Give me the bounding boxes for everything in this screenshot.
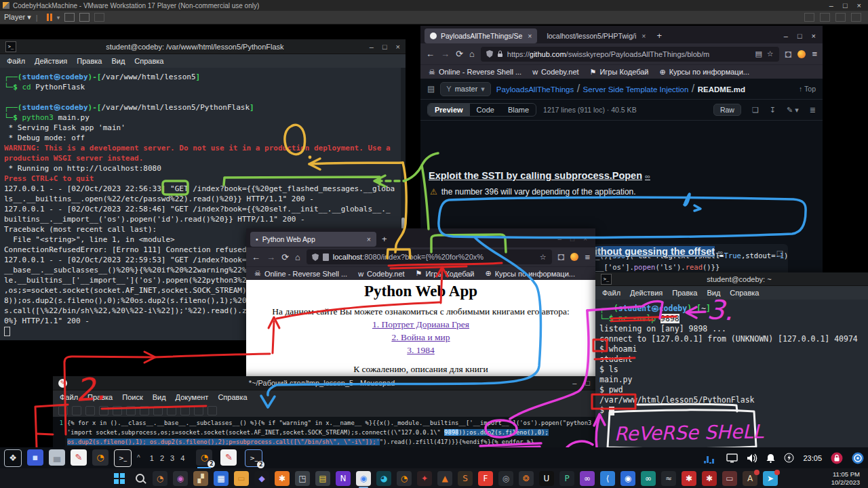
firefox-account-icon[interactable] — [797, 50, 806, 58]
heading-subprocess-popen[interactable]: Exploit the SSTI by calling subprocess.P… — [429, 172, 650, 181]
blender-icon[interactable]: ❂ — [519, 471, 534, 486]
mousepad-titlebar[interactable]: ✎ *~/Рабочий стол/tmp_lesson_5 - Mousepa… — [53, 376, 595, 390]
vmware-close-button[interactable]: × — [857, 1, 861, 9]
back-icon[interactable]: ← — [426, 49, 435, 59]
volume-icon[interactable] — [747, 453, 757, 463]
wings-icon[interactable]: ≈ — [661, 471, 676, 486]
menu-icon[interactable]: ≡ — [812, 49, 817, 59]
reload-icon[interactable]: ⟳ — [281, 252, 289, 262]
tab-localhost-phptwig[interactable]: localhost/lesson5/PHPTwig/i × — [541, 28, 651, 43]
book-link-1[interactable]: 1. Портрет Дориана Грея — [246, 319, 595, 330]
portrait-icon[interactable]: ▞ — [193, 471, 208, 486]
speed-gauge-icon[interactable]: ◔ — [153, 471, 167, 486]
bookmark-star-icon[interactable]: ☆ — [540, 253, 547, 262]
bookmark-item[interactable]: wCodeby.net — [532, 68, 578, 76]
kali-menu-icon[interactable]: ❖ — [4, 449, 22, 467]
copy-code-icon[interactable]: ❏ — [776, 248, 783, 260]
suspend-caret[interactable]: ▾ — [57, 14, 60, 21]
download-icon[interactable]: ↧ — [770, 106, 776, 115]
firefox-launcher-icon[interactable]: ◔ — [92, 449, 108, 466]
visual-studio-icon[interactable]: ∞ — [580, 471, 595, 486]
new-file-icon[interactable] — [58, 406, 68, 415]
terminal-launcher-icon[interactable]: >_ — [114, 449, 132, 467]
redo-icon[interactable] — [140, 406, 149, 415]
home-icon[interactable]: ⌂ — [469, 49, 475, 59]
menu-icon[interactable]: ≡ — [585, 252, 590, 262]
paste-icon[interactable] — [180, 406, 190, 415]
text-editor-icon[interactable]: ✎ — [71, 449, 87, 466]
save-as-icon[interactable] — [99, 406, 108, 415]
copy-icon[interactable]: ❏ — [752, 106, 759, 115]
window-minimize-button[interactable]: – — [370, 43, 374, 51]
bookmark-star-icon[interactable]: ☆ — [767, 49, 774, 58]
firefox-open-icon[interactable]: ◔2 — [196, 449, 212, 466]
window-close-button[interactable]: × — [812, 32, 816, 40]
breadcrumb-folder-link[interactable]: Server Side Template Injection — [583, 85, 689, 94]
obsidian-icon[interactable]: ◆ — [254, 471, 269, 486]
book-link-2[interactable]: 2. Война и мир — [246, 332, 595, 343]
notion-icon[interactable]: N — [336, 471, 351, 486]
book-f-icon[interactable]: F — [478, 471, 493, 486]
url-bar[interactable]: localhost:8080/index?book={%%20for%20x% … — [307, 249, 552, 264]
mousepad-editor[interactable]: 1 {% for x in ().__class__.__base__.__su… — [53, 417, 595, 448]
search-button[interactable] — [132, 471, 147, 486]
menu-item[interactable]: Поиск — [122, 393, 142, 401]
menu-item[interactable]: Правка — [77, 57, 102, 65]
vmware-maximize-button[interactable]: □ — [843, 1, 848, 9]
bookmark-item[interactable]: ⊕Курсы по информаци... — [659, 68, 749, 77]
window-minimize-button[interactable]: – — [572, 379, 576, 387]
pycharm-icon[interactable]: P — [559, 471, 574, 486]
tab-close-icon[interactable]: × — [528, 32, 532, 40]
copy-icon[interactable] — [167, 406, 176, 415]
file-manager-icon[interactable]: ▄ — [49, 449, 65, 466]
edge-icon[interactable]: ◕ — [376, 471, 391, 486]
firefox-account-icon[interactable] — [570, 253, 578, 261]
network-graph-icon[interactable] — [704, 453, 717, 464]
lens-icon[interactable]: ◎ — [498, 471, 513, 486]
firefox-icon[interactable]: ◔ — [397, 471, 412, 486]
tab-close-icon[interactable]: × — [367, 235, 371, 243]
menu-item[interactable]: Справка — [218, 393, 247, 401]
vm-clock[interactable]: 23:05 — [803, 454, 822, 462]
menu-item[interactable]: Файл — [7, 57, 25, 65]
bookmark-item[interactable]: wCodeby.net — [358, 270, 404, 278]
terminal-open-icon[interactable]: >_2 — [245, 449, 262, 467]
pocket-icon[interactable]: ◘ — [785, 48, 792, 60]
tab-python-web-app[interactable]: • Python Web App × — [250, 232, 376, 247]
new-tab-button[interactable]: + — [656, 30, 662, 41]
bookmark-item[interactable]: ☠Online - Reverse Shell ... — [254, 269, 347, 278]
tab-preview[interactable]: Preview — [428, 104, 470, 116]
back-icon[interactable]: ← — [252, 252, 260, 262]
player-menu[interactable]: Player ▾ — [4, 13, 31, 22]
unreal-icon[interactable]: U — [539, 471, 554, 486]
color-wheel-icon[interactable]: ◉ — [173, 471, 188, 486]
display-icon[interactable] — [726, 453, 738, 463]
top-link[interactable]: ↑ Top — [799, 85, 816, 93]
bookmark-item[interactable]: ⊕Курсы по информаци... — [485, 269, 575, 278]
branch-selector[interactable]: Ymaster▾ — [440, 82, 491, 96]
carrot-icon[interactable]: ▲ — [437, 471, 452, 486]
search-icon[interactable] — [194, 406, 203, 415]
ctrl-alt-del-icon[interactable] — [64, 13, 75, 22]
window-minimize-button[interactable]: – — [558, 235, 562, 243]
sublime-icon[interactable]: S — [458, 471, 473, 486]
open-file-icon[interactable] — [72, 406, 81, 415]
power-icon[interactable] — [784, 453, 794, 463]
gear-orange-icon[interactable]: ✱ — [275, 471, 290, 486]
monitor-red-icon[interactable]: ▭ — [722, 471, 737, 486]
start-button[interactable] — [112, 471, 127, 486]
window-close-button[interactable]: × — [583, 235, 587, 243]
url-bar[interactable]: https://github.com/swisskyrepo/PayloadsA… — [481, 47, 779, 62]
forward-icon[interactable]: → — [267, 252, 275, 262]
window-maximize-button[interactable]: □ — [585, 379, 590, 387]
tab-close-icon[interactable]: × — [642, 32, 646, 40]
reader-icon[interactable]: ▤ — [755, 49, 762, 58]
gear-red-1-icon[interactable]: ✱ — [682, 471, 696, 486]
maps-pin-icon[interactable]: ◉ — [620, 471, 635, 486]
tab-blame[interactable]: Blame — [501, 104, 536, 116]
bookmark-item[interactable]: ☠Online - Reverse Shell ... — [429, 68, 521, 77]
menu-item[interactable]: Справка — [134, 57, 163, 65]
forward-icon[interactable]: → — [441, 49, 450, 59]
screen-lock-icon[interactable] — [831, 452, 843, 464]
boot-target-icon[interactable] — [852, 452, 864, 464]
